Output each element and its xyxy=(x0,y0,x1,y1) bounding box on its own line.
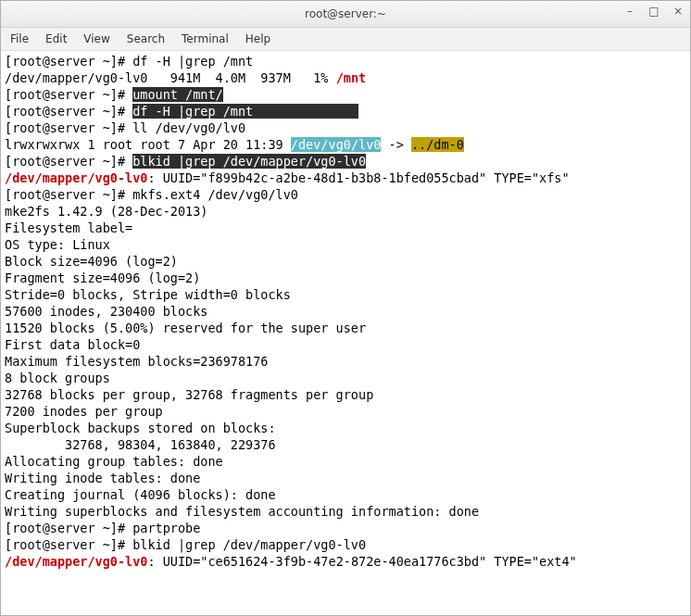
close-button[interactable]: × xyxy=(672,5,685,18)
menu-help[interactable]: Help xyxy=(245,32,270,45)
maximize-button[interactable]: □ xyxy=(647,5,660,18)
menu-file[interactable]: File xyxy=(10,32,29,45)
window-controls: – □ × xyxy=(623,5,685,18)
minimize-button[interactable]: – xyxy=(623,5,636,18)
terminal-body[interactable]: [root@server ~]# df -H |grep /mnt/dev/ma… xyxy=(1,51,690,615)
titlebar: root@server:~ – □ × xyxy=(1,1,690,28)
window-title: root@server:~ xyxy=(305,7,386,20)
menu-search[interactable]: Search xyxy=(127,32,165,45)
menu-edit[interactable]: Edit xyxy=(45,32,67,45)
menu-terminal[interactable]: Terminal xyxy=(182,32,229,45)
menu-view[interactable]: View xyxy=(83,32,109,45)
terminal-window: root@server:~ – □ × File Edit View Searc… xyxy=(0,0,691,616)
menubar: File Edit View Search Terminal Help xyxy=(1,28,690,51)
